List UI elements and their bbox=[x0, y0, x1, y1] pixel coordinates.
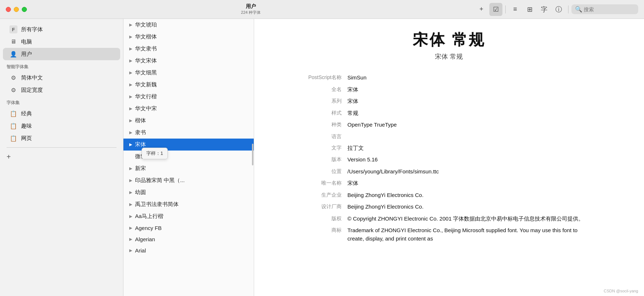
simplified-chinese-icon: ⚙ bbox=[9, 74, 17, 82]
check-button[interactable]: ☑ bbox=[489, 3, 502, 16]
font-info-row: PostScript名称 SimSun bbox=[307, 72, 591, 84]
list-item[interactable]: ▶ Algerian bbox=[123, 234, 254, 245]
chevron-icon: ▶ bbox=[129, 70, 132, 75]
font-name: 隶书 bbox=[135, 129, 146, 136]
chevron-icon: ▶ bbox=[129, 94, 132, 99]
chevron-icon: ▶ bbox=[129, 22, 132, 27]
info-label: 版本 bbox=[307, 156, 347, 163]
info-value: 宋体 bbox=[347, 86, 591, 94]
classic-icon: 📋 bbox=[9, 110, 17, 118]
sidebar-item-fun[interactable]: 📋 趣味 bbox=[3, 120, 120, 132]
list-item[interactable]: ▶ 印品雅宋简 中黑（... bbox=[123, 174, 254, 186]
font-name: Algerian bbox=[135, 236, 155, 242]
list-item[interactable]: ▶ 新宋 bbox=[123, 163, 254, 174]
chevron-icon: ▶ bbox=[129, 202, 132, 207]
font-name: 禹卫书法隶书简体 bbox=[135, 201, 179, 208]
sidebar-item-simplified-chinese[interactable]: ⚙ 简体中文 bbox=[3, 71, 120, 84]
list-item[interactable]: ▶ 楷体 bbox=[123, 115, 254, 127]
list-item[interactable]: ▶ 华文新魏 bbox=[123, 79, 254, 91]
user-icon: 👤 bbox=[9, 50, 17, 58]
info-label: 种类 bbox=[307, 121, 347, 128]
list-item[interactable]: ▶ Aa马上行楷 bbox=[123, 210, 254, 222]
sidebar-item-label-classic: 经典 bbox=[21, 110, 32, 117]
computer-icon: 🖥 bbox=[9, 38, 17, 46]
font-name: 楷体 bbox=[135, 117, 146, 124]
chevron-right-icon: ▶ bbox=[129, 142, 132, 147]
list-item[interactable]: ▶ 华文隶书 bbox=[123, 43, 254, 55]
titlebar-title-area: 用户 224 种字体 bbox=[27, 3, 475, 15]
sidebar-item-label-computer: 电脑 bbox=[21, 38, 32, 45]
font-info-row: 文字 拉丁文 bbox=[307, 142, 591, 154]
add-font-button[interactable]: + bbox=[475, 3, 488, 16]
font-name: 华文中宋 bbox=[135, 105, 157, 112]
sidebar-item-label-fun: 趣味 bbox=[21, 123, 32, 130]
list-item[interactable]: ▶ 华文琥珀 bbox=[123, 19, 254, 31]
list-scrollbar[interactable] bbox=[252, 19, 254, 296]
sidebar: F 所有字体 🖥 电脑 👤 用户 智能字体集 ⚙ 简体中文 ⚙ 固定宽度 字体集… bbox=[0, 19, 123, 296]
font-name: 华文楷体 bbox=[135, 33, 157, 40]
sidebar-item-all-fonts[interactable]: F 所有字体 bbox=[3, 23, 120, 36]
font-preview-title: 宋体 常规 bbox=[276, 30, 622, 50]
sidebar-add-collection-button[interactable]: + bbox=[0, 151, 13, 163]
info-label: 位置 bbox=[307, 168, 347, 175]
font-info-row: 样式 常规 bbox=[307, 107, 591, 119]
sidebar-item-label-simplified-chinese: 简体中文 bbox=[21, 74, 43, 81]
list-item[interactable]: ▶ 华文中宋 bbox=[123, 103, 254, 115]
sidebar-section-smart: 智能字体集 bbox=[0, 60, 123, 71]
font-info-table: PostScript名称 SimSun 全名 宋体 系列 宋体 样式 常规 种类… bbox=[307, 72, 591, 244]
info-value: OpenType TrueType bbox=[347, 121, 591, 129]
info-label: 版权 bbox=[307, 215, 347, 222]
sidebar-item-classic[interactable]: 📋 经典 bbox=[3, 107, 120, 120]
type-view-button[interactable]: 字 bbox=[538, 3, 551, 16]
list-item[interactable]: ▶ 华文楷体 bbox=[123, 31, 254, 43]
list-item[interactable]: ▶ 幼圆 bbox=[123, 186, 254, 198]
sidebar-item-fixed-width[interactable]: ⚙ 固定宽度 bbox=[3, 84, 120, 96]
chevron-icon: ▶ bbox=[129, 166, 132, 171]
detail-pane: 宋体 常规 宋体 常规 PostScript名称 SimSun 全名 宋体 系列… bbox=[254, 19, 644, 296]
font-name: 华文行楷 bbox=[135, 93, 157, 100]
info-value: Beijing ZhongYi Electronics Co. bbox=[347, 191, 591, 200]
list-item[interactable]: ▶ 华文细黑 bbox=[123, 67, 254, 79]
search-input[interactable] bbox=[584, 7, 635, 12]
chevron-icon: ▶ bbox=[129, 82, 132, 87]
maximize-button[interactable] bbox=[22, 7, 27, 12]
info-label: 设计厂商 bbox=[307, 203, 347, 210]
minimize-button[interactable] bbox=[14, 7, 19, 12]
list-item[interactable]: ▶ 华文宋体 bbox=[123, 55, 254, 67]
window-subtitle: 224 种字体 bbox=[241, 10, 261, 15]
titlebar: 用户 224 种字体 + ☑ ≡ ⊞ 字 ⓘ 🔍 bbox=[0, 0, 644, 19]
chevron-icon: ▶ bbox=[129, 130, 132, 135]
grid-view-button[interactable]: ⊞ bbox=[523, 3, 536, 16]
search-box[interactable]: 🔍 bbox=[571, 4, 638, 14]
info-label: 文字 bbox=[307, 144, 347, 152]
info-value: /Users/young/Library/Fonts/simsun.ttc bbox=[347, 168, 591, 176]
chevron-icon: ▶ bbox=[129, 118, 132, 123]
info-button[interactable]: ⓘ bbox=[552, 3, 565, 16]
sidebar-item-user[interactable]: 👤 用户 bbox=[3, 48, 120, 60]
font-name: Arial bbox=[135, 247, 146, 254]
info-label: 语言 bbox=[307, 133, 347, 140]
sidebar-item-label-all-fonts: 所有字体 bbox=[21, 26, 43, 33]
chevron-icon: ▶ bbox=[129, 106, 132, 111]
sidebar-item-web[interactable]: 📋 网页 bbox=[3, 132, 120, 144]
chevron-icon: ▶ bbox=[129, 46, 132, 51]
list-item[interactable]: ▶ 华文行楷 bbox=[123, 91, 254, 103]
font-name: 华文新魏 bbox=[135, 81, 157, 88]
search-icon: 🔍 bbox=[575, 6, 582, 13]
list-item[interactable]: ▶ 隶书 bbox=[123, 127, 254, 139]
sidebar-item-computer[interactable]: 🖥 电脑 bbox=[3, 36, 120, 48]
toolbar-separator-1 bbox=[505, 5, 506, 13]
list-item[interactable]: ▶ Arial bbox=[123, 245, 254, 256]
web-icon: 📋 bbox=[9, 134, 17, 142]
list-item[interactable]: ▶ 禹卫书法隶书简体 bbox=[123, 198, 254, 210]
font-info-row: 语言 bbox=[307, 131, 591, 142]
font-info-row: 种类 OpenType TrueType bbox=[307, 119, 591, 131]
list-item[interactable]: ▶ Agency FB bbox=[123, 222, 254, 234]
close-button[interactable] bbox=[6, 7, 11, 12]
info-value: SimSun bbox=[347, 74, 591, 82]
info-value: Version 5.16 bbox=[347, 156, 591, 164]
watermark: CSDN @socil-yang bbox=[604, 289, 638, 293]
font-info-row: 生产企业 Beijing ZhongYi Electronics Co. bbox=[307, 189, 591, 201]
list-view-button[interactable]: ≡ bbox=[509, 3, 522, 16]
sidebar-item-label-web: 网页 bbox=[21, 135, 32, 142]
